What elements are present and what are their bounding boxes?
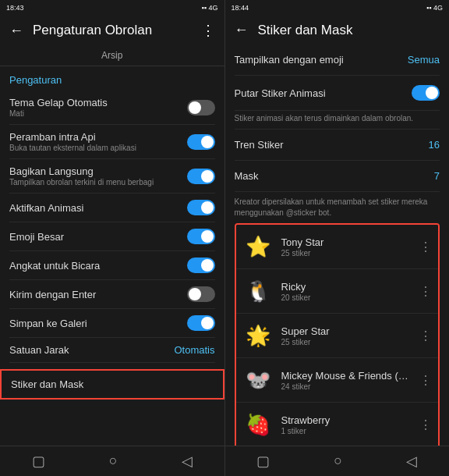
sticker-menu-ricky[interactable]: ⋮ xyxy=(419,284,432,299)
sticker-name-ricky: Ricky xyxy=(281,281,412,293)
row-mask[interactable]: Mask 7 xyxy=(235,161,440,192)
sticker-name-super-star: Super Star xyxy=(281,325,412,337)
left-back-button[interactable]: ← xyxy=(9,23,23,39)
toggle-simpan[interactable] xyxy=(187,315,215,331)
setting-satuan-title: Satuan Jarak xyxy=(9,344,69,356)
toggle-animasi[interactable] xyxy=(187,200,215,215)
mask-label: Mask xyxy=(235,170,259,182)
right-header: ← Stiker dan Mask xyxy=(225,16,450,44)
setting-tema-gelap-sub: Mati xyxy=(9,109,108,118)
setting-bagikan-sub: Tampilkan obrolan terkini di menu berbag… xyxy=(9,178,154,186)
sticker-name-strawberry: Strawberry xyxy=(281,414,412,426)
left-header: ← Pengaturan Obrolan ⋮ xyxy=(0,16,224,45)
sticker-emoji-super-star: 🌟 xyxy=(242,320,274,351)
settings-section-label: Pengaturan xyxy=(9,74,215,86)
row-tren[interactable]: Tren Stiker 16 xyxy=(235,130,440,161)
setting-angkat-title: Angkat untuk Bicara xyxy=(9,260,100,272)
right-time: 18:44 xyxy=(232,4,249,12)
sticker-menu-super-star[interactable]: ⋮ xyxy=(419,329,432,343)
sticker-count-strawberry: 1 stiker xyxy=(281,427,412,435)
setting-peramban-sub: Buka tautan eksternal dalam aplikasi xyxy=(9,144,136,152)
sticker-name-mickey: Mickey Mouse & Friends (… xyxy=(281,370,412,382)
setting-peramban[interactable]: Peramban intra Api Buka tautan eksternal… xyxy=(9,125,215,159)
right-nav-square[interactable]: ▢ xyxy=(256,453,270,470)
left-nav-square[interactable]: ▢ xyxy=(32,453,45,470)
row-tampilkan[interactable]: Tampilkan dengan emoji Semua xyxy=(235,44,440,76)
right-nav-circle[interactable]: ○ xyxy=(334,453,342,470)
left-nav-back[interactable]: ◁ xyxy=(182,453,193,470)
setting-tema-gelap-title: Tema Gelap Otomatis xyxy=(9,97,108,108)
setting-angkat[interactable]: Angkat untuk Bicara xyxy=(9,251,215,280)
left-time: 18:43 xyxy=(6,4,24,12)
setting-peramban-title: Peramban intra Api xyxy=(9,131,136,143)
setting-simpan[interactable]: Simpan ke Galeri xyxy=(9,309,215,338)
setting-bagikan[interactable]: Bagikan Langsung Tampilkan obrolan terki… xyxy=(9,159,215,194)
left-menu-button[interactable]: ⋮ xyxy=(201,22,215,39)
toggle-putar[interactable] xyxy=(412,85,440,101)
left-status-bar: 18:43 ▪▪ 4G xyxy=(0,0,224,16)
setting-emoji[interactable]: Emoji Besar xyxy=(9,222,215,251)
stiker-mask-menu-item[interactable]: Stiker dan Mask xyxy=(0,369,224,400)
left-battery-icon: ▪▪ 4G xyxy=(202,4,218,12)
right-page-title: Stiker dan Mask xyxy=(258,23,353,38)
sticker-name-tony-star: Tony Star xyxy=(281,236,412,248)
anim-desc: Stiker animasi akan terus dimainkan dala… xyxy=(235,111,440,130)
toggle-angkat[interactable] xyxy=(187,258,215,273)
stiker-mask-label: Stiker dan Mask xyxy=(11,378,214,390)
archive-bar[interactable]: Arsip xyxy=(0,45,224,66)
sticker-count-ricky: 20 stiker xyxy=(281,293,412,302)
sticker-emoji-ricky: 🐧 xyxy=(242,275,274,307)
sticker-menu-strawberry[interactable]: ⋮ xyxy=(419,417,432,432)
right-panel: 18:44 ▪▪ 4G ← Stiker dan Mask Tampilkan … xyxy=(225,0,450,476)
setting-kirim[interactable]: Kirim dengan Enter xyxy=(9,280,215,309)
left-status-icons: ▪▪ 4G xyxy=(202,4,218,12)
sticker-item-tony-star[interactable]: ⭐ Tony Star 25 stiker ⋮ xyxy=(236,225,439,269)
left-page-title: Pengaturan Obrolan xyxy=(33,23,192,38)
sticker-item-ricky[interactable]: 🐧 Ricky 20 stiker ⋮ xyxy=(236,269,439,314)
sticker-item-super-star[interactable]: 🌟 Super Star 25 stiker ⋮ xyxy=(236,314,439,358)
setting-kirim-title: Kirim dengan Enter xyxy=(9,289,96,300)
toggle-emoji[interactable] xyxy=(187,229,215,244)
setting-satuan-value: Otomatis xyxy=(174,344,214,356)
sticker-count-mickey: 24 stiker xyxy=(281,382,412,391)
sticker-emoji-tony-star: ⭐ xyxy=(242,231,274,262)
toggle-bagikan[interactable] xyxy=(187,169,215,184)
setting-animasi[interactable]: Aktifkan Animasi xyxy=(9,194,215,222)
tampilkan-value: Semua xyxy=(408,54,440,66)
tren-label: Tren Stiker xyxy=(235,139,284,151)
right-status-icons: ▪▪ 4G xyxy=(426,4,443,12)
setting-bagikan-title: Bagikan Langsung xyxy=(9,165,154,177)
toggle-kirim[interactable] xyxy=(187,286,215,302)
kreator-desc: Kreator dipersilakan untuk menambah set … xyxy=(235,192,440,223)
sticker-list: ⭐ Tony Star 25 stiker ⋮ 🐧 Ricky 20 stike… xyxy=(235,223,440,446)
sticker-menu-tony-star[interactable]: ⋮ xyxy=(419,240,432,254)
right-bottom-nav: ▢ ○ ◁ xyxy=(225,446,450,476)
sticker-count-tony-star: 25 stiker xyxy=(281,249,412,258)
sticker-emoji-strawberry: 🍓 xyxy=(242,409,274,440)
left-nav-circle[interactable]: ○ xyxy=(109,453,118,470)
toggle-peramban[interactable] xyxy=(187,134,215,150)
putar-label: Putar Stiker Animasi xyxy=(235,87,326,99)
toggle-tema-gelap[interactable] xyxy=(187,100,215,115)
setting-satuan[interactable]: Satuan Jarak Otomatis xyxy=(9,338,215,363)
right-back-button[interactable]: ← xyxy=(235,22,249,38)
setting-tema-gelap[interactable]: Tema Gelap Otomatis Mati xyxy=(9,91,215,125)
right-content: Tampilkan dengan emoji Semua Putar Stike… xyxy=(225,44,450,446)
right-status-bar: 18:44 ▪▪ 4G xyxy=(225,0,450,16)
left-bottom-nav: ▢ ○ ◁ xyxy=(0,446,224,476)
sticker-emoji-mickey: 🐭 xyxy=(242,364,274,396)
archive-label: Arsip xyxy=(101,50,122,61)
setting-emoji-title: Emoji Besar xyxy=(9,231,64,243)
sticker-menu-mickey[interactable]: ⋮ xyxy=(419,373,432,388)
sticker-count-super-star: 25 stiker xyxy=(281,338,412,346)
sticker-item-strawberry[interactable]: 🍓 Strawberry 1 stiker ⋮ xyxy=(236,403,439,446)
row-putar[interactable]: Putar Stiker Animasi xyxy=(235,76,440,111)
setting-simpan-title: Simpan ke Galeri xyxy=(9,318,87,329)
mask-count: 7 xyxy=(434,170,440,182)
left-panel: 18:43 ▪▪ 4G ← Pengaturan Obrolan ⋮ Arsip… xyxy=(0,0,224,476)
setting-animasi-title: Aktifkan Animasi xyxy=(9,202,83,214)
right-nav-back[interactable]: ◁ xyxy=(406,453,417,470)
sticker-item-mickey[interactable]: 🐭 Mickey Mouse & Friends (… 24 stiker ⋮ xyxy=(236,358,439,403)
settings-section: Pengaturan Tema Gelap Otomatis Mati Pera… xyxy=(0,66,224,366)
tampilkan-label: Tampilkan dengan emoji xyxy=(235,54,344,66)
